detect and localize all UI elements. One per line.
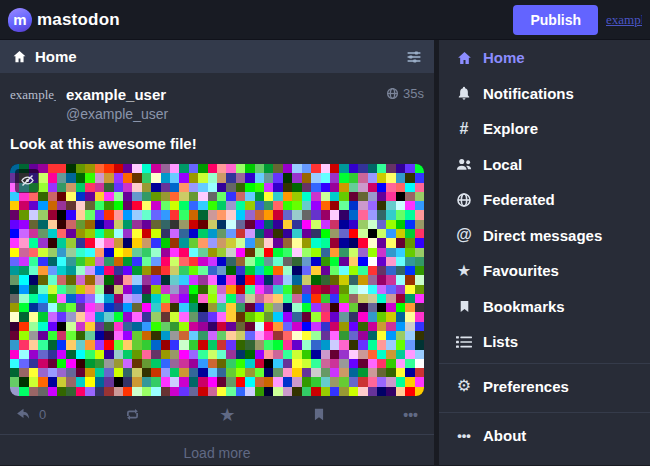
more-options-button[interactable]: •••	[403, 408, 418, 422]
attachment-canvas	[10, 164, 424, 396]
home-icon	[12, 49, 27, 64]
mastodon-wordmark: mastodon	[37, 10, 120, 30]
favourite-button[interactable]: ★	[219, 406, 235, 424]
sidebar-item-label: Federated	[483, 191, 555, 208]
top-bar: m mastodon Publish example_user	[0, 0, 650, 40]
sidebar-item-label: Explore	[483, 120, 538, 137]
bookmark-button[interactable]	[312, 406, 326, 423]
sidebar-item-direct-messages[interactable]: @ Direct messages	[439, 218, 650, 254]
sidebar-item-label: Direct messages	[483, 227, 602, 244]
ellipsis-icon: •••	[403, 408, 418, 422]
list-icon	[454, 335, 474, 349]
sidebar-item-bookmarks[interactable]: Bookmarks	[439, 289, 650, 325]
sidebar-item-label: Bookmarks	[483, 298, 565, 315]
mastodon-logo-icon: m	[8, 8, 32, 32]
hash-icon: #	[454, 121, 474, 137]
sidebar-item-label: Local	[483, 156, 522, 173]
sidebar-item-preferences[interactable]: ⚙ Preferences	[439, 364, 650, 409]
sidebar-item-label: Notifications	[483, 85, 574, 102]
eye-slash-icon	[20, 173, 35, 188]
bell-icon	[454, 85, 474, 101]
reply-button[interactable]: 0	[14, 406, 46, 423]
public-globe-icon	[386, 87, 399, 100]
avatar[interactable]: example_user	[10, 86, 56, 132]
status-action-bar: 0 ★ •••	[10, 396, 424, 434]
gear-icon: ⚙	[454, 378, 474, 394]
at-icon: @	[454, 227, 474, 243]
star-icon: ★	[219, 406, 235, 424]
publish-button[interactable]: Publish	[513, 5, 598, 35]
sidebar-item-lists[interactable]: Lists	[439, 324, 650, 360]
sidebar-item-label: Lists	[483, 333, 518, 350]
status-content: Look at this awesome file!	[10, 134, 424, 154]
account-handle: @example_user	[66, 106, 386, 122]
hide-media-button[interactable]	[15, 169, 39, 193]
bookmark-icon	[312, 406, 326, 423]
media-attachment[interactable]	[10, 164, 424, 396]
boost-icon	[123, 406, 142, 423]
column-settings-icon[interactable]	[406, 49, 422, 65]
reply-count: 0	[39, 407, 46, 422]
reply-icon	[14, 406, 33, 423]
boost-button[interactable]	[123, 406, 142, 423]
sidebar-item-home[interactable]: Home	[439, 40, 650, 76]
mastodon-app: m mastodon Publish example_user Home exa…	[0, 0, 650, 466]
display-name: example_user	[66, 86, 386, 103]
account-link[interactable]: example_user	[606, 12, 642, 28]
status-post: example_user example_user @example_user …	[0, 73, 434, 434]
sidebar-item-federated[interactable]: Federated	[439, 182, 650, 218]
sidebar-item-notifications[interactable]: Notifications	[439, 76, 650, 112]
navigation-sidebar: Home Notifications # Explore Local	[439, 40, 650, 465]
star-icon: ★	[454, 263, 474, 279]
mastodon-logo[interactable]: m mastodon	[8, 8, 120, 32]
sidebar-item-favourites[interactable]: ★ Favourites	[439, 253, 650, 289]
globe-icon	[454, 192, 474, 208]
ellipsis-icon: •••	[454, 429, 474, 442]
timestamp[interactable]: 35s	[386, 86, 424, 101]
account-names[interactable]: example_user @example_user	[66, 86, 386, 122]
sidebar-item-label: Home	[483, 49, 525, 66]
home-icon	[454, 50, 474, 66]
column-title: Home	[35, 48, 398, 65]
column-header[interactable]: Home	[0, 40, 434, 73]
sidebar-item-local[interactable]: Local	[439, 147, 650, 183]
sidebar-item-explore[interactable]: # Explore	[439, 111, 650, 147]
main-layout: Home example_user example_user @example_…	[0, 40, 650, 465]
status-header: example_user example_user @example_user …	[10, 86, 424, 132]
users-icon	[454, 157, 474, 172]
load-more-button[interactable]: Load more	[0, 434, 434, 466]
sidebar-item-label: About	[483, 427, 526, 444]
timestamp-text: 35s	[403, 86, 424, 101]
sidebar-item-label: Favourites	[483, 262, 559, 279]
sidebar-item-about[interactable]: ••• About	[439, 413, 650, 458]
bookmark-icon	[454, 299, 474, 314]
home-column: Home example_user example_user @example_…	[0, 40, 434, 465]
sidebar-item-label: Preferences	[483, 378, 569, 395]
